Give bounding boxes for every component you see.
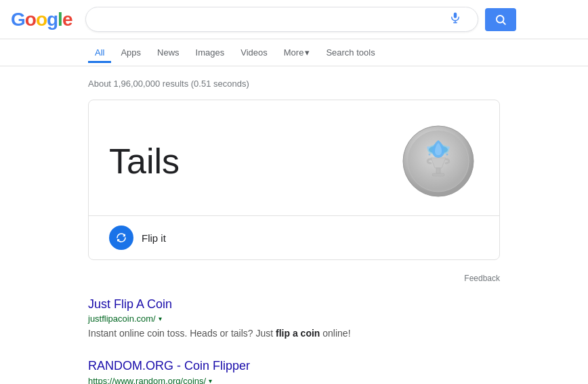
coin-svg: [401, 124, 476, 198]
refresh-icon: [115, 232, 127, 244]
logo-letter-g2: g: [47, 9, 58, 30]
logo-letter-e: e: [62, 9, 72, 30]
tab-apps[interactable]: Apps: [114, 42, 148, 63]
coin-result: Tails: [109, 141, 180, 182]
results-area: About 1,96,00,000 results (0.51 seconds)…: [0, 66, 588, 384]
flip-button[interactable]: [109, 226, 133, 250]
header: Google Flip a coin: [0, 0, 588, 39]
tab-more[interactable]: More ▾: [277, 42, 317, 63]
tab-news[interactable]: News: [150, 42, 186, 63]
tab-all[interactable]: All: [88, 42, 111, 63]
nav-tabs: All Apps News Images Videos More ▾ Searc…: [0, 39, 588, 66]
result-1-dropdown-arrow[interactable]: ▾: [159, 315, 162, 322]
chevron-down-icon: ▾: [305, 47, 310, 58]
search-box: Flip a coin: [85, 7, 478, 32]
results-stats: About 1,96,00,000 results (0.51 seconds): [88, 79, 500, 89]
result-1-url: justflipacoin.com/: [88, 314, 156, 324]
result-1-snippet: Instant online coin toss. Heads or tails…: [88, 326, 495, 341]
svg-point-13: [429, 154, 431, 156]
search-icon: [495, 14, 507, 26]
svg-point-14: [446, 154, 448, 156]
mic-icon[interactable]: [449, 12, 461, 27]
coin-image: [398, 121, 479, 202]
google-logo[interactable]: Google: [11, 9, 72, 30]
tab-images[interactable]: Images: [189, 42, 232, 63]
result-1-url-row: justflipacoin.com/ ▾: [88, 314, 495, 324]
search-input[interactable]: Flip a coin: [96, 14, 449, 26]
logo-letter-o1: o: [25, 9, 36, 30]
coin-widget: Tails: [88, 100, 500, 260]
svg-rect-9: [436, 168, 440, 173]
tab-search-tools[interactable]: Search tools: [319, 42, 381, 63]
flip-label[interactable]: Flip it: [142, 232, 166, 244]
feedback-link[interactable]: Feedback: [88, 274, 500, 283]
search-result-2: RANDOM.ORG - Coin Flipper https://www.ra…: [88, 358, 495, 384]
logo-letter-g: G: [11, 9, 25, 30]
svg-line-4: [503, 22, 505, 24]
result-2-title[interactable]: RANDOM.ORG - Coin Flipper: [88, 359, 250, 372]
tab-videos[interactable]: Videos: [234, 42, 274, 63]
result-2-dropdown-arrow[interactable]: ▾: [209, 377, 212, 384]
search-button[interactable]: [485, 8, 516, 31]
coin-widget-bottom: Flip it: [89, 215, 499, 259]
svg-point-12: [447, 146, 450, 149]
result-2-url-row: https://www.random.org/coins/ ▾: [88, 376, 495, 384]
result-1-title[interactable]: Just Flip A Coin: [88, 297, 172, 311]
logo-letter-o2: o: [36, 9, 47, 30]
svg-point-11: [427, 146, 429, 149]
svg-rect-0: [454, 13, 457, 18]
coin-widget-main: Tails: [89, 100, 499, 215]
svg-rect-10: [432, 173, 444, 176]
result-2-url: https://www.random.org/coins/: [88, 376, 206, 384]
search-result-1: Just Flip A Coin justflipacoin.com/ ▾ In…: [88, 297, 495, 341]
logo-letter-l: l: [58, 9, 62, 30]
